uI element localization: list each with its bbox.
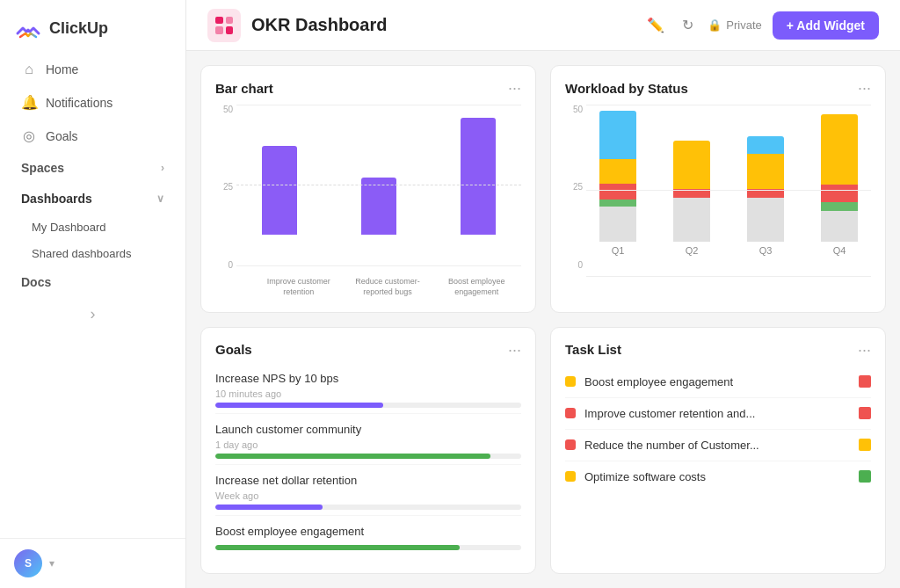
bar-group-3 [436, 105, 521, 235]
goals-list: Increase NPS by 10 bps 10 minutes ago La… [215, 367, 521, 560]
goal-3-progress-bar [215, 505, 521, 510]
q1-seg-red [599, 184, 636, 200]
my-dashboard-label: My Dashboard [32, 221, 106, 234]
goal-2-progress-fill [215, 454, 490, 459]
task-3-left: Reduce the number of Customer... [565, 439, 759, 452]
goal-2-header: Launch customer community [215, 423, 521, 436]
docs-label: Docs [21, 275, 51, 289]
topbar-right: ✏️ ↻ 🔒 Private + Add Widget [643, 11, 879, 40]
goal-1-header: Increase NPS by 10 bps [215, 372, 521, 385]
goal-item-1: Increase NPS by 10 bps 10 minutes ago [215, 367, 521, 414]
workload-header: Workload by Status ··· [565, 80, 871, 96]
bars-container [236, 105, 521, 266]
bar-label-1: Improve customer retention [255, 277, 343, 297]
goal-2-name: Launch customer community [215, 423, 361, 436]
goal-1-name: Increase NPS by 10 bps [215, 372, 338, 385]
main-content: OKR Dashboard ✏️ ↻ 🔒 Private + Add Widge… [186, 0, 900, 588]
task-list: Boost employee engagement Improve custom… [565, 367, 871, 560]
sidebar-item-shared-dashboards[interactable]: Shared dashboards [7, 241, 178, 266]
goals-menu-button[interactable]: ··· [508, 342, 521, 358]
sidebar-item-notifications-label: Notifications [46, 96, 112, 110]
avatar[interactable]: S [14, 549, 42, 577]
private-label: Private [726, 18, 761, 32]
q2-bar [673, 141, 710, 242]
q3-label: Q3 [759, 245, 773, 256]
stacked-bar-q4: Q4 [808, 105, 871, 256]
task-4-left: Optimize software costs [565, 470, 706, 483]
sidebar-item-notifications[interactable]: 🔔 Notifications [7, 86, 178, 119]
workload-stacked-bars: Q1 Q2 [586, 105, 871, 277]
sidebar: ClickUp ⌂ Home 🔔 Notifications ◎ Goals S… [0, 0, 186, 588]
avatar-initials: S [25, 557, 32, 570]
task-item-3: Reduce the number of Customer... [565, 430, 871, 461]
q1-label: Q1 [612, 245, 625, 256]
bar-group-2 [336, 105, 421, 235]
stacked-bar-q2: Q2 [660, 105, 723, 256]
workload-chart-area: 50 25 0 [565, 105, 871, 298]
goals-icon: ◎ [21, 127, 37, 144]
edit-button[interactable]: ✏️ [643, 13, 668, 37]
goals-header: Goals ··· [215, 342, 521, 358]
sidebar-item-home[interactable]: ⌂ Home [7, 54, 178, 85]
workload-menu-button[interactable]: ··· [858, 80, 871, 96]
task-item-4: Optimize software costs [565, 461, 871, 492]
refresh-button[interactable]: ↻ [679, 13, 697, 37]
goal-2-progress-bar [215, 454, 521, 459]
q3-seg-yellow [747, 154, 784, 189]
q2-seg-gray [673, 198, 710, 242]
goal-item-4: Boost employee engagement [215, 519, 521, 555]
goal-4-progress-fill [215, 545, 460, 550]
sidebar-dashboards[interactable]: Dashboards ∨ [7, 184, 178, 214]
bar-chart-widget: Bar chart ··· 50 25 0 [200, 65, 536, 313]
task-3-dot [565, 439, 576, 450]
task-3-flag [859, 439, 871, 451]
q1-seg-yellow [599, 159, 636, 184]
workload-title: Workload by Status [565, 81, 688, 96]
bar-group-1 [236, 105, 322, 235]
shared-dashboards-label: Shared dashboards [32, 247, 131, 260]
bar-labels: Improve customer retention Reduce custom… [254, 273, 521, 297]
workload-y-axis: 50 25 0 [565, 105, 583, 298]
goal-3-header: Increase net dollar retention [215, 474, 521, 487]
sidebar-item-goals-label: Goals [46, 129, 78, 143]
logo-text: ClickUp [49, 19, 108, 38]
sidebar-docs[interactable]: Docs [7, 267, 178, 297]
q2-seg-yellow [673, 141, 710, 189]
spaces-label: Spaces [21, 161, 64, 175]
task-2-flag [859, 407, 871, 419]
add-widget-button[interactable]: + Add Widget [773, 11, 879, 40]
sidebar-spaces[interactable]: Spaces › [7, 153, 178, 183]
topbar: OKR Dashboard ✏️ ↻ 🔒 Private + Add Widge… [186, 0, 900, 51]
task-list-widget: Task List ··· Boost employee engagement [550, 327, 886, 575]
q3-seg-gray [747, 198, 784, 242]
task-2-left: Improve customer retention and... [565, 407, 755, 420]
home-icon: ⌂ [21, 62, 37, 77]
bar-1 [262, 146, 297, 234]
goal-1-progress-fill [215, 403, 383, 408]
sidebar-item-my-dashboard[interactable]: My Dashboard [7, 214, 178, 240]
bar-label-3: Boost employee engagement [432, 277, 520, 297]
sidebar-item-goals[interactable]: ◎ Goals [7, 120, 178, 152]
stacked-bar-q3: Q3 [734, 105, 797, 256]
bar-chart-menu-button[interactable]: ··· [508, 80, 521, 96]
bar-label-2: Reduce customer-reported bugs [344, 277, 432, 297]
goals-widget: Goals ··· Increase NPS by 10 bps 10 minu… [200, 327, 536, 575]
logo[interactable]: ClickUp [0, 0, 185, 53]
goal-4-progress-bar [215, 545, 521, 550]
task-list-menu-button[interactable]: ··· [858, 342, 871, 358]
topbar-left: OKR Dashboard [207, 9, 387, 42]
goal-4-name: Boost employee engagement [215, 525, 364, 538]
dropdown-icon[interactable]: ▾ [49, 557, 54, 570]
q4-seg-green [821, 202, 858, 211]
q1-bar [599, 111, 636, 242]
stacked-bar-q1: Q1 [586, 105, 650, 256]
bar-chart-title: Bar chart [215, 81, 273, 96]
sidebar-more[interactable]: › [0, 298, 185, 330]
more-icon: › [14, 305, 171, 323]
dashboard-grid: Bar chart ··· 50 25 0 [186, 51, 900, 588]
q4-seg-yellow [821, 114, 858, 185]
goal-1-progress-bar [215, 403, 521, 408]
task-item-2: Improve customer retention and... [565, 398, 871, 430]
q4-bar [821, 114, 858, 242]
goal-3-progress-fill [215, 505, 323, 510]
